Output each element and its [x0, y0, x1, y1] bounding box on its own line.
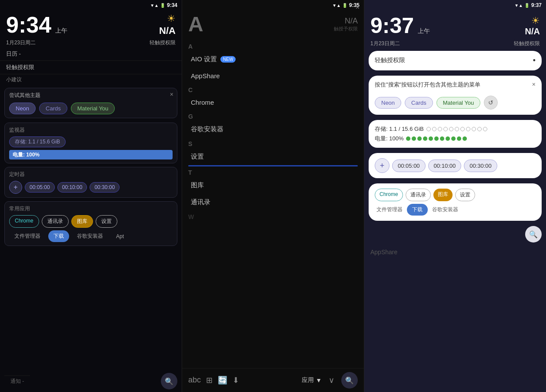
app-apt-1[interactable]: Apt: [111, 231, 129, 242]
drawer-app-chrome[interactable]: Chrome: [182, 94, 364, 110]
p3-timer-10min[interactable]: 00:10:00: [428, 159, 462, 172]
chip-cards-1[interactable]: Cards: [39, 103, 67, 114]
p3-timer-row: + 00:05:00 00:10:00 00:30:00: [375, 158, 536, 173]
clock-left-1: 9:34 上午: [6, 13, 67, 36]
p3-search-area: 🔍: [364, 223, 546, 245]
app-gallery-1[interactable]: 图库: [71, 215, 93, 228]
p3-storage-row: 存储: 1.1 / 15.6 GiB: [375, 125, 536, 133]
signal-icon-2: ▼▲: [332, 3, 341, 8]
p3-app-download[interactable]: 下载: [407, 204, 428, 216]
try-themes-close-1[interactable]: ×: [170, 91, 173, 98]
touch-auth-card-3: 轻触授权限 •: [369, 51, 542, 70]
app-ginstaller-1[interactable]: 谷歌安装器: [72, 230, 108, 242]
drawer-clock-letter: A: [188, 12, 203, 36]
timer-chips-row-1: + 00:05:00 00:10:00 00:30:00: [9, 181, 173, 194]
download-icon[interactable]: ⬇: [233, 375, 239, 385]
p3-circle-6: [455, 127, 459, 131]
try-themes-close-3[interactable]: ×: [532, 81, 536, 88]
p3-timer-add[interactable]: +: [375, 158, 390, 173]
panel-2: ▼▲ 🔋 9:35 A N/A 触授予权限 × A AIO 设置 NEW App…: [182, 0, 364, 392]
weather-icon-1: ☀: [167, 13, 176, 24]
p3-app-gallery[interactable]: 图库: [433, 189, 453, 201]
p3-battery-dots: [406, 136, 467, 141]
p3-app-contacts[interactable]: 通讯录: [406, 189, 431, 201]
p3-timer-30min[interactable]: 00:30:00: [464, 159, 497, 172]
clock-time-3: 9:37: [370, 13, 414, 38]
date-row-3: 1月23日周二 轻触授权限: [364, 39, 546, 48]
drawer-app-contacts[interactable]: 通讯录: [182, 194, 364, 211]
chip-neon-1[interactable]: Neon: [9, 103, 36, 114]
drawer-scroll-btn[interactable]: ∨: [329, 375, 334, 385]
drawer-bottom-icons: abc ⊞ 🔄 ⬇: [188, 375, 239, 385]
try-themes-box-1: 尝试其他主题 × Neon Cards Material You: [4, 88, 177, 118]
p3-chip-cards[interactable]: Cards: [405, 97, 433, 109]
drawer-letter-a: A: [182, 40, 364, 51]
timer-chip-5min-1[interactable]: 00:05:00: [25, 182, 55, 193]
grid-icon[interactable]: ⊞: [206, 375, 213, 385]
p3-bat-dot-1: [406, 136, 410, 141]
status-icons-2: ▼▲ 🔋: [332, 3, 347, 8]
p3-bat-dot-8: [446, 136, 450, 141]
p3-circle-4: [443, 127, 448, 131]
app-chrome-1[interactable]: Chrome: [9, 215, 39, 228]
drawer-app-gallery[interactable]: 图库: [182, 177, 364, 194]
drawer-app-contacts-label: 通讯录: [191, 198, 210, 206]
app-settings-1[interactable]: 设置: [96, 215, 117, 228]
status-time-1: 9:34: [167, 2, 177, 8]
drawer-app-aio[interactable]: AIO 设置 NEW: [182, 51, 364, 68]
drawer-app-settings-label: 设置: [191, 153, 204, 161]
status-bar-1: ▼▲ 🔋 9:34: [0, 0, 182, 10]
timer-add-1[interactable]: +: [9, 181, 22, 194]
p3-app-chips-row1: Chrome 通讯录 图库 设置: [375, 189, 536, 201]
status-icons-3: ▼▲ 🔋: [514, 3, 529, 8]
battery-bar-container-1: 电量: 100%: [9, 150, 173, 159]
drawer-app-settings[interactable]: 设置: [182, 148, 364, 165]
drawer-apps-tab[interactable]: 应用 ▼: [302, 376, 322, 384]
drawer-close-btn[interactable]: ×: [356, 3, 360, 11]
keyboard-icon[interactable]: abc: [188, 375, 201, 385]
timer-chip-10min-1[interactable]: 00:10:00: [57, 182, 87, 193]
panel-3: ▼▲ 🔋 9:37 9:37 上午 ☀ N/A 1月23日周二 轻触授权限 轻触…: [364, 0, 546, 392]
search-button-1[interactable]: 🔍: [161, 373, 177, 389]
refresh-icon[interactable]: 🔄: [218, 375, 227, 385]
app-chips-row1-1: Chrome 通讯录 图库 设置: [9, 215, 173, 228]
p3-app-ginstaller[interactable]: 谷歌安装器: [430, 204, 460, 216]
p3-circle-10: [477, 127, 482, 131]
app-files-1[interactable]: 文件管理器: [9, 230, 46, 242]
p3-circle-3: [438, 127, 442, 131]
touch-auth-3: 轻触授权限: [514, 40, 540, 47]
p3-rotate-btn[interactable]: ↺: [484, 96, 498, 110]
p3-circle-7: [460, 127, 465, 131]
p3-chip-neon[interactable]: Neon: [375, 97, 401, 109]
na-text-1: N/A: [159, 25, 176, 37]
drawer-app-appshare[interactable]: AppShare: [182, 68, 364, 84]
timer-chip-30min-1[interactable]: 00:30:00: [90, 182, 120, 193]
p3-timer-5min[interactable]: 00:05:00: [392, 159, 426, 172]
notification-1: 通知 -: [4, 375, 30, 387]
p3-search-btn[interactable]: 🔍: [525, 226, 542, 243]
clock-left-3: 9:37 上午: [370, 13, 430, 38]
drawer-search-btn[interactable]: 🔍: [341, 372, 358, 389]
drawer-na: N/A: [334, 17, 358, 26]
drawer-letter-s: S: [182, 138, 364, 148]
p3-chip-material[interactable]: Material You: [436, 97, 481, 109]
clock-time-1: 9:34: [6, 12, 51, 37]
touch-auth-1: 轻触授权限: [150, 39, 176, 47]
clock-ampm-1: 上午: [55, 27, 67, 34]
signal-icon: ▼▲: [150, 3, 159, 8]
drawer-app-ginstaller[interactable]: 谷歌安装器: [182, 121, 364, 138]
drawer-app-aio-label: AIO 设置: [191, 55, 217, 63]
p3-app-settings[interactable]: 设置: [455, 189, 475, 201]
p3-app-chrome[interactable]: Chrome: [375, 189, 403, 201]
p3-monitor-card: 存储: 1.1 / 15.6 GiB 电量: 100%: [369, 120, 542, 148]
p3-add-icon: +: [380, 161, 385, 170]
app-download-1[interactable]: 下载: [48, 230, 69, 242]
drawer-na-area: N/A 触授予权限: [334, 17, 358, 32]
p3-bat-dot-7: [440, 136, 444, 141]
try-themes-card-3: 按住"搜索"按钮以打开包含其他主题的菜单 × Neon Cards Materi…: [369, 76, 542, 115]
p3-appshare[interactable]: AppShare: [364, 245, 546, 259]
p3-bat-dot-11: [463, 136, 467, 141]
app-contacts-1[interactable]: 通讯录: [42, 215, 69, 228]
p3-app-files[interactable]: 文件管理器: [375, 204, 404, 216]
chip-material-1[interactable]: Material You: [71, 103, 115, 114]
